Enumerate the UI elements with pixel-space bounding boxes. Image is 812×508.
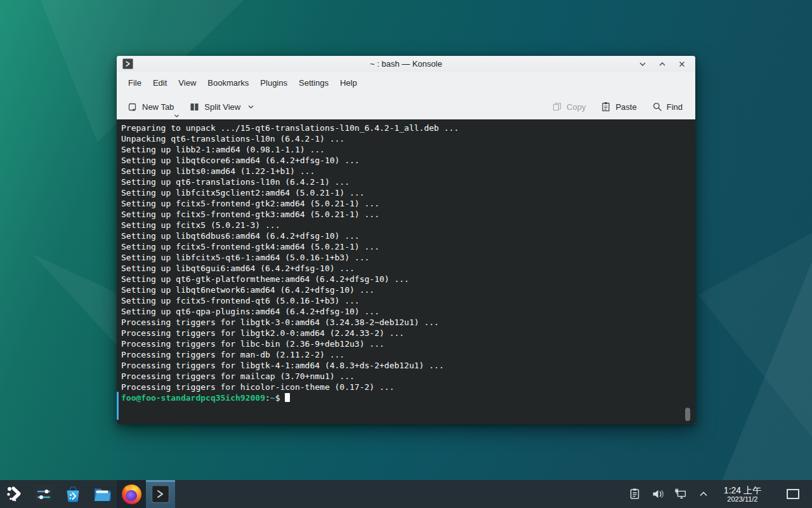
paste-icon: [601, 102, 611, 112]
clock-time: 1:24 上午: [724, 485, 761, 495]
split-view-icon: [189, 102, 200, 112]
terminal-line: Setting up fcitx5-frontend-gtk3:amd64 (5…: [121, 209, 689, 220]
menu-item-plugins[interactable]: Plugins: [254, 75, 293, 91]
konsole-icon: [151, 485, 170, 504]
volume-tray-icon[interactable]: [652, 488, 664, 500]
taskbar-konsole-task[interactable]: [146, 480, 175, 508]
new-tab-caret-icon: [174, 114, 180, 118]
discover-icon: [63, 485, 82, 504]
terminal-line: Setting up libfcitx5gclient2:amd64 (5.0.…: [121, 187, 689, 198]
desktop: ~ : bash — Konsole FileEditViewBookmarks…: [0, 0, 812, 508]
split-view-button[interactable]: Split View: [185, 98, 259, 116]
menu-bar: FileEditViewBookmarksPluginsSettingsHelp: [117, 72, 695, 94]
find-icon: [652, 102, 662, 112]
copy-icon: [552, 102, 562, 112]
terminal-line: Setting up libb2-1:amd64 (0.98.1-1.1) ..…: [121, 144, 689, 155]
terminal-line: Setting up libqt6network6:amd64 (6.4.2+d…: [121, 284, 689, 295]
terminal-line: Setting up fcitx5-frontend-qt6 (5.0.16-1…: [121, 295, 689, 306]
terminal-line: Processing triggers for hicolor-icon-the…: [121, 382, 689, 392]
terminal-line: Processing triggers for libgtk-4-1:amd64…: [121, 360, 689, 371]
network-tray-icon[interactable]: [674, 488, 687, 500]
terminal-line: Setting up libqt6dbus6:amd64 (6.4.2+dfsg…: [121, 231, 689, 241]
system-settings-icon: [34, 485, 53, 504]
window-title: ~ : bash — Konsole: [117, 59, 695, 69]
window-titlebar[interactable]: ~ : bash — Konsole: [117, 56, 695, 72]
menu-item-help[interactable]: Help: [334, 75, 363, 91]
terminal-line: Setting up libts0:amd64 (1.22-1+b1) ...: [121, 166, 689, 177]
clock-date: 2023/11/2: [724, 495, 761, 504]
prompt-user-host: foo@foo-standardpcq35ich92009: [121, 393, 265, 403]
clipboard-tray-icon[interactable]: [629, 488, 641, 500]
paste-button[interactable]: Paste: [596, 98, 641, 115]
minimize-icon[interactable]: [638, 59, 648, 69]
system-settings-launcher[interactable]: [29, 480, 58, 508]
split-view-caret-icon: [247, 104, 254, 109]
maximize-icon[interactable]: [657, 59, 667, 69]
new-tab-button[interactable]: New Tab: [122, 98, 178, 116]
terminal-line: Setting up fcitx5-frontend-gtk2:amd64 (5…: [121, 198, 689, 209]
kde-launcher-icon: [6, 485, 23, 503]
file-manager-launcher[interactable]: [88, 480, 117, 508]
terminal-line: Setting up qt6-gtk-platformtheme:amd64 (…: [121, 274, 689, 284]
terminal-line: Preparing to unpack .../15-qt6-translati…: [121, 123, 689, 133]
terminal-line: Setting up libqt6gui6:amd64 (6.4.2+dfsg-…: [121, 263, 689, 274]
new-output-indicator: [117, 392, 119, 420]
terminal-line: Setting up libqt6core6:amd64 (6.4.2+dfsg…: [121, 155, 689, 166]
toolbar: New Tab Split View Copy: [117, 94, 695, 119]
digital-clock[interactable]: 1:24 上午 2023/11/2: [724, 485, 761, 504]
terminal-line: Processing triggers for man-db (2.11.2-2…: [121, 349, 689, 360]
taskbar-firefox-task[interactable]: [117, 480, 146, 508]
terminal-line: Processing triggers for libgtk2.0-0:amd6…: [121, 328, 689, 338]
copy-button[interactable]: Copy: [547, 98, 590, 115]
terminal-line: Setting up fcitx5-frontend-gtk4:amd64 (5…: [121, 241, 689, 252]
menu-item-bookmarks[interactable]: Bookmarks: [202, 75, 254, 91]
firefox-icon: [122, 485, 141, 504]
terminal-line: Setting up qt6-translations-l10n (6.4.2-…: [121, 177, 689, 187]
discover-launcher[interactable]: [58, 480, 88, 508]
tray-expander-chevron-icon[interactable]: [697, 488, 710, 500]
terminal-line: Processing triggers for libgtk-3-0:amd64…: [121, 317, 689, 328]
system-tray: 1:24 上午 2023/11/2: [629, 485, 812, 504]
terminal-line: Setting up qt6-qpa-plugins:amd64 (6.4.2+…: [121, 306, 689, 317]
terminal-scrollbar-handle[interactable]: [685, 408, 690, 421]
menu-item-file[interactable]: File: [122, 75, 147, 91]
terminal-view[interactable]: Preparing to unpack .../15-qt6-translati…: [117, 119, 695, 424]
terminal-cursor: [285, 393, 290, 402]
terminal-line: Processing triggers for mailcap (3.70+nm…: [121, 371, 689, 382]
terminal-line: Unpacking qt6-translations-l10n (6.4.2-1…: [121, 133, 689, 144]
new-tab-icon: [127, 102, 138, 112]
dolphin-folder-icon: [93, 485, 112, 504]
terminal-line: Processing triggers for libc-bin (2.36-9…: [121, 338, 689, 349]
app-launcher-button[interactable]: [0, 480, 29, 508]
menu-item-settings[interactable]: Settings: [293, 75, 334, 91]
show-desktop-button[interactable]: [787, 489, 799, 499]
konsole-window: ~ : bash — Konsole FileEditViewBookmarks…: [117, 56, 695, 424]
shell-prompt: foo@foo-standardpcq35ich92009:~$: [121, 392, 689, 403]
taskbar-panel: 1:24 上午 2023/11/2: [0, 480, 812, 508]
menu-item-view[interactable]: View: [173, 75, 202, 91]
close-icon[interactable]: [677, 59, 687, 69]
terminal-output: Preparing to unpack .../15-qt6-translati…: [121, 123, 689, 392]
terminal-line: Setting up libfcitx5-qt6-1:amd64 (5.0.16…: [121, 252, 689, 263]
menu-item-edit[interactable]: Edit: [147, 75, 173, 91]
prompt-path: ~: [270, 393, 275, 403]
find-button[interactable]: Find: [648, 98, 687, 115]
konsole-app-icon: [122, 58, 133, 69]
terminal-line: Setting up fcitx5 (5.0.21-3) ...: [121, 220, 689, 231]
